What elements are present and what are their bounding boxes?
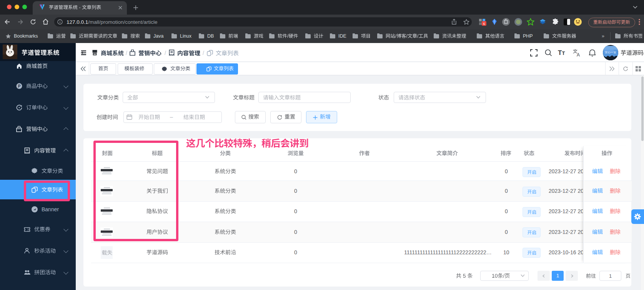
svg-text:6: 6: [483, 22, 485, 26]
svg-text:P: P: [18, 84, 21, 88]
